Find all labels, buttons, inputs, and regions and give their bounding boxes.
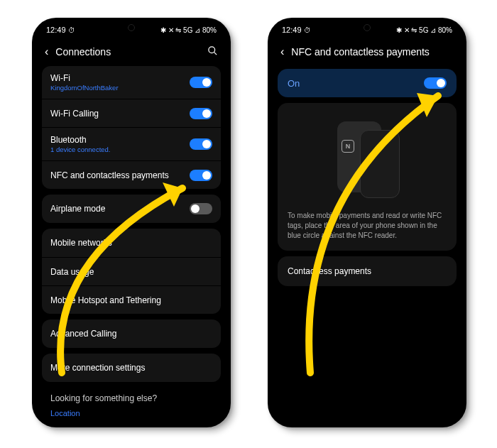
nfc-symbol-icon: N (342, 140, 354, 153)
page-header: ‹ Connections (36, 38, 226, 66)
nfc-on-toggle[interactable] (424, 77, 447, 89)
more-label: More connection settings (50, 363, 145, 373)
settings-list: Wi-Fi KingdomOfNorthBaker Wi-Fi Calling (36, 66, 226, 423)
alarm-icon: ⏱ (304, 26, 311, 34)
svg-point-0 (209, 47, 215, 53)
airplane-label: Airplane mode (50, 204, 105, 214)
nfc-on-label: On (288, 78, 300, 89)
bluetooth-sub: 1 device connected. (50, 146, 111, 153)
search-icon[interactable] (207, 45, 218, 58)
group-advanced-calling: Advanced Calling (42, 319, 221, 348)
nfc-description: To make mobile payments and read or writ… (288, 211, 447, 241)
svg-line-1 (214, 52, 217, 55)
screen-connections: 12:49 ⏱ ✱ ✕ ⇋ 5G ⊿ 80% ‹ Connections (36, 22, 226, 423)
contactless-label: Contactless payments (288, 266, 371, 276)
airplane-toggle[interactable] (190, 203, 212, 214)
screen-nfc: 12:49 ⏱ ✱ ✕ ⇋ 5G ⊿ 80% ‹ NFC and contact… (272, 22, 462, 423)
wifi-label: Wi-Fi (50, 73, 119, 83)
back-icon[interactable]: ‹ (45, 46, 48, 58)
status-bar: 12:49 ⏱ ✱ ✕ ⇋ 5G ⊿ 80% (272, 22, 462, 38)
wifi-calling-toggle[interactable] (190, 108, 212, 119)
mobile-networks-label: Mobile networks (50, 238, 112, 248)
hotspot-label: Mobile Hotspot and Tethering (50, 295, 161, 305)
nfc-on-row[interactable]: On (278, 69, 457, 97)
status-indicators: ✱ ✕ ⇋ 5G ⊿ 80% (396, 26, 452, 34)
alarm-icon: ⏱ (68, 26, 75, 34)
phone-connections: 12:49 ⏱ ✱ ✕ ⇋ 5G ⊿ 80% ‹ Connections (32, 18, 231, 427)
status-time: 12:49 (282, 26, 302, 34)
status-bar: 12:49 ⏱ ✱ ✕ ⇋ 5G ⊿ 80% (36, 22, 226, 38)
illus-phone-front (360, 130, 400, 198)
page-title: Connections (55, 46, 200, 58)
status-time: 12:49 (46, 26, 66, 34)
nfc-illustration-card: N To make mobile payments and read or wr… (278, 103, 457, 251)
footer-link-location[interactable]: Location (50, 409, 212, 417)
phone-nfc: 12:49 ⏱ ✱ ✕ ⇋ 5G ⊿ 80% ‹ NFC and contact… (268, 18, 466, 427)
row-contactless-payments[interactable]: Contactless payments (278, 256, 457, 286)
row-data-usage[interactable]: Data usage (42, 257, 221, 285)
wifi-sub: KingdomOfNorthBaker (50, 84, 119, 92)
group-more: More connection settings (42, 354, 221, 382)
row-more[interactable]: More connection settings (42, 354, 221, 382)
row-nfc[interactable]: NFC and contactless payments (42, 160, 221, 189)
front-camera-icon (364, 24, 371, 31)
bluetooth-toggle[interactable] (190, 138, 212, 150)
advanced-calling-label: Advanced Calling (50, 329, 116, 339)
footer-section: Looking for something else? Location Lin… (42, 388, 221, 423)
data-usage-label: Data usage (50, 267, 94, 277)
group-wireless: Wi-Fi KingdomOfNorthBaker Wi-Fi Calling (42, 66, 221, 189)
nfc-label: NFC and contactless payments (50, 170, 169, 180)
row-wifi-calling[interactable]: Wi-Fi Calling (42, 99, 221, 127)
footer-link-link-to-windows[interactable]: Link to Windows (50, 422, 212, 423)
status-indicators: ✱ ✕ ⇋ 5G ⊿ 80% (160, 26, 217, 34)
row-airplane[interactable]: Airplane mode (42, 195, 221, 223)
footer-question: Looking for something else? (50, 393, 212, 403)
wifi-calling-label: Wi-Fi Calling (50, 109, 99, 119)
row-hotspot[interactable]: Mobile Hotspot and Tethering (42, 285, 221, 314)
wifi-toggle[interactable] (190, 77, 212, 88)
row-wifi[interactable]: Wi-Fi KingdomOfNorthBaker (42, 66, 221, 99)
front-camera-icon (128, 24, 135, 31)
group-airplane: Airplane mode (42, 195, 221, 223)
page-header: ‹ NFC and contactless payments (272, 38, 462, 66)
bluetooth-label: Bluetooth (50, 135, 111, 145)
row-bluetooth[interactable]: Bluetooth 1 device connected. (42, 127, 221, 160)
row-mobile-networks[interactable]: Mobile networks (42, 229, 221, 257)
back-icon[interactable]: ‹ (280, 46, 284, 58)
group-mobile: Mobile networks Data usage Mobile Hotspo… (42, 229, 221, 314)
page-title: NFC and contactless payments (291, 46, 454, 58)
nfc-illustration: N (332, 117, 403, 202)
row-advanced-calling[interactable]: Advanced Calling (42, 319, 221, 348)
nfc-toggle[interactable] (190, 170, 212, 181)
